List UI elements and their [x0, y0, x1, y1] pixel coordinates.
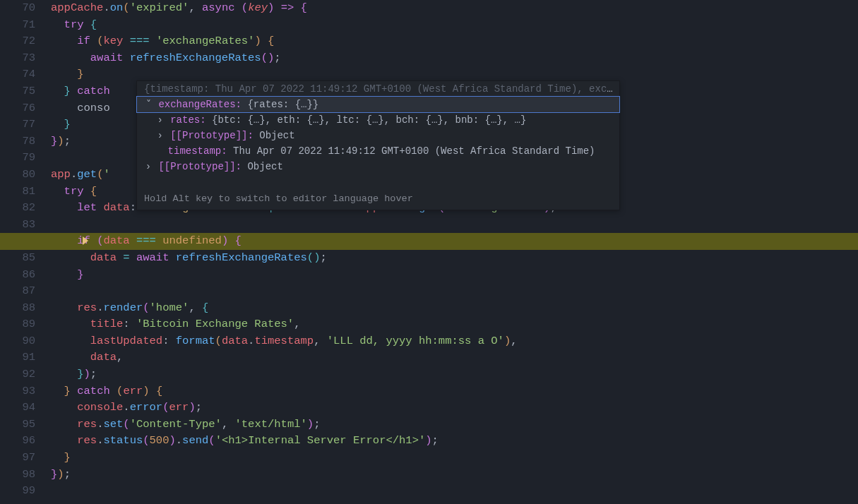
- code-line[interactable]: } catch (err) {: [51, 383, 858, 400]
- line-number-gutter[interactable]: 70 71 72 73 74 75 76 77 78 79 80 81 82 8…: [0, 0, 51, 504]
- code-area[interactable]: appCache.on('expired', async (key) => { …: [51, 0, 858, 504]
- debug-hover-tooltip[interactable]: {timestamp: Thu Apr 07 2022 11:49:12 GMT…: [136, 80, 620, 210]
- code-line[interactable]: res.status(500).send('<h1>Internal Serve…: [51, 433, 858, 450]
- code-line[interactable]: lastUpdated: format(data.timestamp, 'LLL…: [51, 333, 858, 350]
- code-line[interactable]: if (key === 'exchangeRates') {: [51, 33, 858, 50]
- code-line[interactable]: res.set('Content-Type', 'text/html');: [51, 416, 858, 433]
- hover-hint: Hold Alt key to switch to editor languag…: [137, 190, 619, 210]
- code-line[interactable]: console.error(err);: [51, 400, 858, 416]
- code-line[interactable]: }: [51, 267, 858, 284]
- code-line[interactable]: }: [51, 450, 858, 467]
- code-line[interactable]: if (data === undefined) {: [51, 233, 858, 250]
- code-line[interactable]: [51, 217, 858, 234]
- breakpoint-column[interactable]: [0, 0, 17, 504]
- code-line[interactable]: });: [51, 467, 858, 484]
- code-line[interactable]: [51, 483, 858, 500]
- chevron-right-icon[interactable]: ›: [156, 128, 165, 143]
- code-line[interactable]: appCache.on('expired', async (key) => {: [51, 0, 858, 17]
- code-line[interactable]: title: 'Bitcoin Exchange Rates',: [51, 316, 858, 333]
- code-line[interactable]: });: [51, 366, 858, 383]
- execution-pointer-icon: [83, 236, 88, 245]
- chevron-right-icon[interactable]: ›: [144, 159, 153, 174]
- hover-property-row[interactable]: › [[Prototype]]: Object: [137, 128, 619, 143]
- chevron-down-icon[interactable]: ˅: [144, 97, 153, 112]
- hover-separator: [137, 174, 619, 190]
- chevron-right-icon[interactable]: ›: [156, 112, 165, 128]
- code-line[interactable]: data = await refreshExchangeRates();: [51, 250, 858, 267]
- code-line[interactable]: [51, 283, 858, 300]
- code-line[interactable]: data,: [51, 349, 858, 366]
- code-editor[interactable]: 70 71 72 73 74 75 76 77 78 79 80 81 82 8…: [0, 0, 858, 504]
- hover-property-row[interactable]: timestamp: Thu Apr 07 2022 11:49:12 GMT+…: [137, 143, 619, 159]
- code-line[interactable]: res.render('home', {: [51, 300, 858, 317]
- code-line[interactable]: try {: [51, 17, 858, 34]
- code-line[interactable]: await refreshExchangeRates();: [51, 50, 858, 67]
- hover-property-row[interactable]: ˅ exchangeRates: {rates: {…}}: [136, 96, 620, 113]
- hover-property-row[interactable]: › rates: {btc: {…}, eth: {…}, ltc: {…}, …: [137, 112, 619, 128]
- hover-property-row[interactable]: › [[Prototype]]: Object: [137, 159, 619, 174]
- hover-header: {timestamp: Thu Apr 07 2022 11:49:12 GMT…: [137, 81, 619, 97]
